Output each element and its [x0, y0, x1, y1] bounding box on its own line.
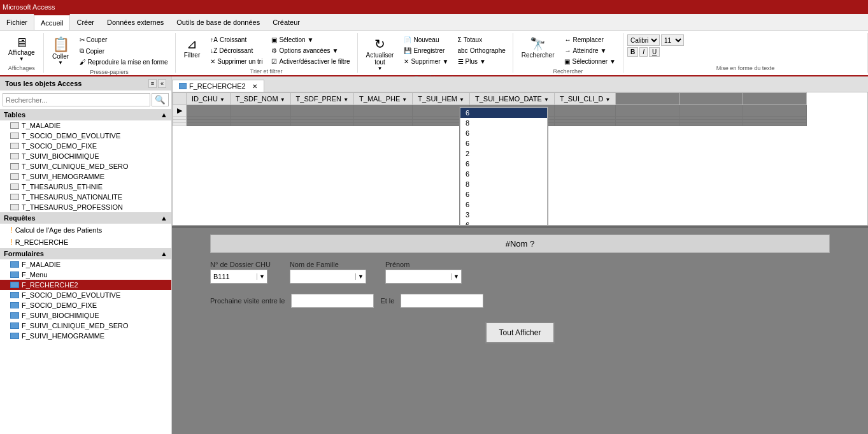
- nav-item-t-socio-demo-evolutive[interactable]: T_SOCIO_DEMO_EVOLUTIVE: [0, 131, 171, 141]
- nav-item-f-socio-demo-evolutive[interactable]: F_SOCIO_DEMO_EVOLUTIVE: [0, 290, 171, 300]
- table-icon: [10, 194, 19, 200]
- btn-tout-afficher[interactable]: Tout Afficher: [485, 322, 555, 344]
- nav-search-input[interactable]: [3, 93, 150, 106]
- btn-bold[interactable]: B: [627, 47, 638, 57]
- nav-item-t-suivi-biochimique[interactable]: T_SUIVI_BIOCHIMIQUE: [0, 151, 171, 161]
- dropdown-item-11[interactable]: 6: [460, 220, 547, 226]
- btn-underline[interactable]: U: [649, 47, 660, 57]
- col-t-sdf-pren[interactable]: T_SDF_PREN ▼: [290, 93, 354, 105]
- select-dossier-chu-arrow[interactable]: ▼: [257, 273, 267, 280]
- nav-item-f-menu[interactable]: F_Menu: [0, 270, 171, 280]
- btn-copier[interactable]: ⧉ Copier: [76, 45, 171, 57]
- dropdown-list[interactable]: 6 8 6 6 2 6 6 8 6 6 3 6 2 2 8: [460, 107, 548, 226]
- tab-donnees-externes[interactable]: Données externes: [101, 14, 170, 30]
- nav-search-button[interactable]: 🔍: [152, 93, 169, 106]
- nav-item-label: F_Menu: [22, 271, 47, 278]
- col-id-chu[interactable]: ID_CHU ▼: [187, 93, 231, 105]
- nav-item-f-maladie[interactable]: F_MALADIE: [0, 259, 171, 270]
- btn-nouveau[interactable]: 📄 Nouveau: [401, 34, 452, 45]
- nav-section-tables[interactable]: Tables ▲: [0, 109, 171, 120]
- dropdown-item-6[interactable]: 6: [460, 169, 547, 179]
- nav-section-formulaires[interactable]: Formulaires ▲: [0, 248, 171, 259]
- nav-item-calcul-age[interactable]: ! Calcul de l'Age des Patients: [0, 224, 171, 236]
- doc-tab-f-recherche2[interactable]: F_RECHERCHE2 ✕: [172, 80, 264, 92]
- dropdown-item-9[interactable]: 6: [460, 199, 547, 210]
- col-t-sui-hemo-date[interactable]: T_SUI_HEMO_DATE ▼: [469, 93, 554, 105]
- select-dossier-chu[interactable]: B111 ▼: [210, 270, 267, 284]
- select-prenom[interactable]: ▼: [385, 270, 462, 284]
- dropdown-item-1[interactable]: 8: [460, 118, 547, 128]
- btn-rechercher[interactable]: 🔭 Rechercher: [517, 34, 559, 61]
- nav-item-f-suivi-biochimique[interactable]: F_SUIVI_BIOCHIMIQUE: [0, 310, 171, 321]
- nav-configure-btn[interactable]: ≡: [148, 79, 157, 88]
- nav-item-t-thesaurus-nationalite[interactable]: T_THESAURUS_NATIONALITE: [0, 192, 171, 202]
- btn-orthographe[interactable]: abc Orthographe: [455, 45, 509, 56]
- tab-close-btn[interactable]: ✕: [252, 83, 257, 90]
- tab-fichier[interactable]: Fichier: [0, 14, 34, 30]
- col-t-sui-hem[interactable]: T_SUI_HEM ▼: [413, 93, 470, 105]
- btn-activer-filtre[interactable]: ☑ Activer/désactiver le filtre: [268, 56, 353, 67]
- tab-outils-bdd[interactable]: Outils de base de données: [170, 14, 266, 30]
- nav-item-t-thesaurus-ethnie[interactable]: T_THESAURUS_ETHNIE: [0, 182, 171, 192]
- btn-filtrer[interactable]: ⊿ Filtrer: [180, 34, 205, 61]
- col-t-sdf-nom[interactable]: T_SDF_NOM ▼: [230, 93, 290, 105]
- select-prenom-arrow[interactable]: ▼: [451, 273, 461, 280]
- nav-item-t-suivi-clinique[interactable]: T_SUIVI_CLINIQUE_MED_SERO: [0, 161, 171, 171]
- tab-accueil[interactable]: Accueil: [34, 14, 70, 30]
- btn-supprimer-tri[interactable]: ✕ Supprimer un tri: [207, 56, 266, 67]
- nav-item-t-suivi-hemogramme[interactable]: T_SUIVI_HEMOGRAMME: [0, 171, 171, 182]
- nav-collapse-btn[interactable]: «: [158, 79, 166, 88]
- dropdown-item-4[interactable]: 2: [460, 148, 547, 159]
- nav-item-t-thesaurus-profession[interactable]: T_THESAURUS_PROFESSION: [0, 202, 171, 212]
- font-family-select[interactable]: Calibri: [627, 34, 660, 46]
- label-prenom: Prénom: [385, 261, 462, 268]
- font-size-select[interactable]: 11: [661, 34, 684, 46]
- select-nom-famille[interactable]: ▼: [290, 270, 366, 284]
- nav-item-t-socio-demo-fixe[interactable]: T_SOCIO_DEMO_FIXE: [0, 141, 171, 151]
- tab-creer[interactable]: Créer: [70, 14, 101, 30]
- dropdown-item-8[interactable]: 6: [460, 189, 547, 199]
- btn-selection[interactable]: ▣ Sélection ▼: [268, 34, 353, 45]
- cell: [354, 105, 413, 117]
- input-visite-to[interactable]: [401, 294, 483, 308]
- col-t-sui-cli-d-arrow: ▼: [605, 97, 610, 103]
- btn-enregistrer[interactable]: 💾 Enregistrer: [401, 45, 452, 56]
- btn-totaux[interactable]: Σ Totaux: [455, 34, 509, 45]
- dropdown-item-7[interactable]: 8: [460, 179, 547, 189]
- btn-affichage[interactable]: 🖥 Affichage ▼: [4, 34, 39, 64]
- input-visite-from[interactable]: [291, 294, 374, 308]
- dropdown-item-10[interactable]: 3: [460, 210, 547, 220]
- nav-item-r-recherche[interactable]: ! R_RECHERCHE: [0, 236, 171, 248]
- btn-plus[interactable]: ☰ Plus ▼: [455, 56, 509, 67]
- nav-item-f-recherche2[interactable]: F_RECHERCHE2: [0, 280, 171, 290]
- btn-croissant[interactable]: ↑A Croissant: [207, 34, 266, 45]
- btn-italic[interactable]: I: [639, 47, 648, 57]
- btn-reproduire[interactable]: 🖌 Reproduire la mise en forme: [76, 57, 171, 68]
- btn-decroissant[interactable]: ↓Z Décroissant: [207, 45, 266, 56]
- btn-selectionner[interactable]: ▣ Sélectionner ▼: [561, 56, 619, 67]
- btn-atteindre[interactable]: → Atteindre ▼: [561, 45, 619, 56]
- btn-supprimer[interactable]: ✕ Supprimer ▼: [401, 56, 452, 67]
- dropdown-item-3[interactable]: 6: [460, 138, 547, 148]
- btn-couper[interactable]: ✂ Couper: [76, 34, 171, 45]
- col-t-sui-cli-d[interactable]: T_SUI_CLI_D ▼: [554, 93, 615, 105]
- btn-coller[interactable]: 📋 Coller ▼: [48, 34, 74, 68]
- datasheet[interactable]: ID_CHU ▼ T_SDF_NOM ▼ T_SDF_PREN ▼ T_MA: [172, 92, 868, 226]
- nav-item-f-socio-demo-fixe[interactable]: F_SOCIO_DEMO_FIXE: [0, 300, 171, 310]
- nav-item-t-maladie[interactable]: T_MALADIE: [0, 120, 171, 131]
- btn-totaux-label: Totaux: [464, 36, 482, 43]
- dropdown-item-5[interactable]: 6: [460, 159, 547, 169]
- tab-createur[interactable]: Créateur: [266, 14, 306, 30]
- col-t-mal-phe[interactable]: T_MAL_PHE ▼: [354, 93, 413, 105]
- dropdown-item-2[interactable]: 6: [460, 128, 547, 138]
- dropdown-item-0[interactable]: 6: [460, 108, 547, 118]
- btn-remplacer[interactable]: ↔ Remplacer: [561, 34, 619, 45]
- select-nom-famille-arrow[interactable]: ▼: [355, 273, 366, 280]
- group-affichages-label: Affichages: [8, 64, 35, 71]
- nav-item-f-suivi-clinique[interactable]: F_SUIVI_CLINIQUE_MED_SERO: [0, 321, 171, 331]
- nav-section-requetes[interactable]: Requêtes ▲: [0, 212, 171, 224]
- nav-item-f-suivi-hemogramme[interactable]: F_SUIVI_HEMOGRAMME: [0, 331, 171, 341]
- btn-options-avancees[interactable]: ⚙ Options avancées ▼: [268, 45, 353, 56]
- btn-actualiser-tout[interactable]: ↻ Actualisertout ▼: [362, 34, 399, 73]
- nav-item-label: F_MALADIE: [22, 261, 60, 268]
